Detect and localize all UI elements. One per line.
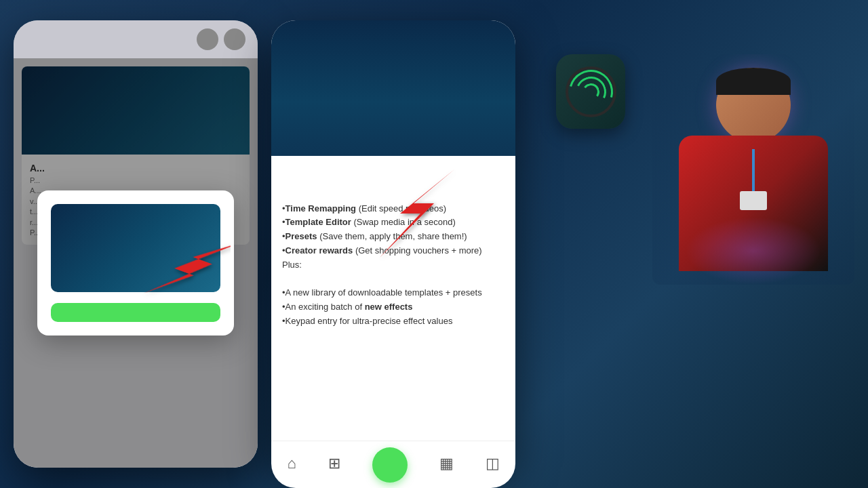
nav-templates[interactable]: ◫: [486, 455, 500, 474]
feature-creator-rewards: •Creator rewards (Get shopping vouchers …: [282, 245, 482, 256]
brand-logo: [556, 54, 625, 129]
feature-time-remapping: •Time Remapping (Edit speed r... videos): [282, 203, 446, 214]
nav-projects[interactable]: ▦: [439, 455, 454, 474]
article-plus: Plus:: [282, 260, 302, 270]
left-phone-content: A... P...A...v...t...r...P...: [14, 58, 258, 468]
creators-icon: ⊞: [328, 455, 340, 472]
modal-banner: [51, 204, 220, 292]
nav-center-button[interactable]: [372, 447, 408, 483]
lanyard: [752, 149, 755, 197]
modal-overlay: [14, 58, 258, 468]
lanyard-card: [740, 191, 767, 210]
projects-icon: ▦: [439, 455, 454, 472]
left-phone: A... P...A...v...t...r...P...: [14, 20, 258, 468]
header-icons: [197, 28, 245, 50]
logo-inner: [566, 66, 616, 117]
left-phone-header: [14, 20, 258, 58]
extra-feature-1: •A new library of downloadable templates…: [282, 287, 482, 298]
person-hair: [716, 68, 791, 95]
nav-creators[interactable]: ⊞: [328, 455, 340, 474]
feature-template-editor: •Template Editor (Swap media in a second…: [282, 217, 456, 227]
see-whats-new-button[interactable]: [51, 303, 220, 322]
right-phone-content[interactable]: •Time Remapping (Edit speed r... videos)…: [271, 156, 515, 420]
nav-home[interactable]: ⌂: [287, 455, 296, 474]
branding-area: [515, 0, 868, 488]
modal-card: [37, 190, 234, 336]
right-phone-nav: ⌂ ⊞ ▦ ◫: [271, 441, 515, 488]
feature-presets: •Presets (Save them, apply them, share t…: [282, 231, 467, 241]
person-photo: [652, 54, 854, 285]
templates-icon: ◫: [486, 455, 500, 472]
education-icon[interactable]: [197, 28, 218, 50]
right-phone-header: [271, 20, 515, 156]
home-icon: ⌂: [287, 455, 296, 472]
extra-feature-3: •Keypad entry for ultra-precise effect v…: [282, 316, 452, 326]
article-body: •Time Remapping (Edit speed r... videos)…: [282, 174, 505, 329]
brand-logo-area: [515, 54, 868, 285]
extra-feature-2: •An exciting batch of new effects: [282, 302, 412, 312]
person-shirt: [679, 136, 828, 271]
right-phone: •Time Remapping (Edit speed r... videos)…: [271, 20, 515, 468]
person-silhouette: [652, 54, 854, 285]
person-head: [716, 68, 791, 142]
music-icon[interactable]: [224, 28, 245, 50]
